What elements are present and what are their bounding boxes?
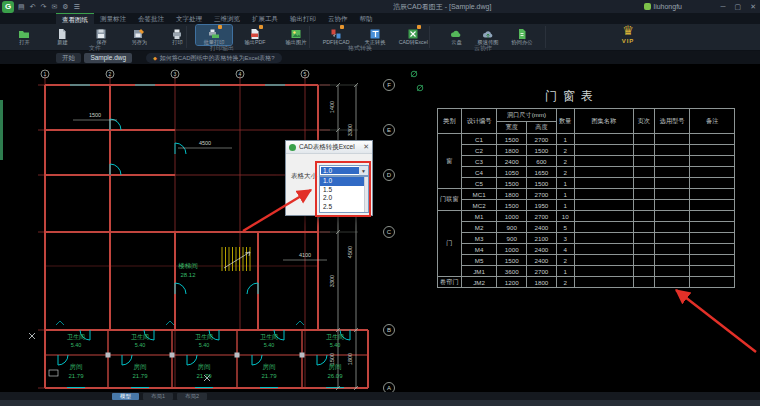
mail-icon[interactable]: ✉ <box>51 0 57 13</box>
bathroom-name: 卫生间 <box>195 333 213 341</box>
user-account[interactable]: liuhongfu <box>644 0 682 13</box>
ribbon-button-新建[interactable]: 新建 <box>44 25 80 45</box>
quick-access-toolbar: ▤↶↷✉⚙☰ <box>18 0 80 13</box>
dropdown-option-1.0[interactable]: 1.0 <box>320 177 368 186</box>
menu-tab-文字处理[interactable]: 文字处理 <box>170 13 208 24</box>
dropdown-scrollbar[interactable] <box>364 177 368 212</box>
title-bar: ▤↶↷✉⚙☰ 浩辰CAD看图王 - [Sample.dwg] liuhongfu… <box>0 0 760 13</box>
tz-icon <box>369 26 381 38</box>
dropdown-option-2.5[interactable]: 2.5 <box>320 203 368 212</box>
layout-tab-模型[interactable]: 模型 <box>112 393 139 400</box>
dimension-text: 1500 <box>329 353 335 365</box>
vip-button[interactable]: ♛ VIP <box>612 24 644 50</box>
schedule-cell-page <box>633 211 654 222</box>
schedule-cell-model <box>654 167 690 178</box>
room-name: 房间 <box>134 363 147 371</box>
menu-tab-帮助[interactable]: 帮助 <box>354 13 379 24</box>
axis-number: 2 <box>109 71 112 77</box>
drawing-canvas[interactable]: 楼梯间28.12卫生间5.40卫生间5.40卫生间5.40卫生间5.40卫生间5… <box>0 64 760 392</box>
file-icon <box>56 26 68 38</box>
doc-tab-开始[interactable]: 开始 <box>56 53 81 63</box>
dialog-app-icon <box>289 144 296 151</box>
stair-room-name: 楼梯间 <box>178 262 198 270</box>
ribbon-button-打印[interactable]: 打印 <box>159 25 195 45</box>
doc-tab-Sample.dwg[interactable]: Sample.dwg <box>84 53 132 63</box>
menu-icon[interactable]: ☰ <box>74 0 80 13</box>
ribbon-button-PDF转CAD[interactable]: PDF转CAD <box>318 25 354 45</box>
schedule-cell-note <box>690 134 735 145</box>
ribbon-button-极速传图[interactable]: 极速传图 <box>470 25 506 45</box>
ribbon-button-协同办公[interactable]: 协同办公 <box>504 25 540 45</box>
axis-letter: F <box>387 82 391 88</box>
new-feature-badge <box>259 25 263 29</box>
room-name: 房间 <box>263 363 276 371</box>
axis-number: 4 <box>239 71 242 77</box>
close-button[interactable]: ✕ <box>750 0 756 13</box>
schedule-cell-design: M2 <box>461 222 497 233</box>
schedule-cell-qty: 10 <box>556 211 574 222</box>
minimize-button[interactable]: ─ <box>721 0 726 13</box>
ribbon-separator <box>429 26 430 48</box>
menu-tab-扩展工具[interactable]: 扩展工具 <box>246 13 284 24</box>
p2c-icon <box>330 26 342 38</box>
ribbon-button-label: 输出图片 <box>286 39 307 46</box>
ribbon-button-另存为[interactable]: 另存为 <box>121 25 157 45</box>
schedule-cell-w: 3600 <box>497 266 527 277</box>
redo-icon[interactable]: ↷ <box>41 0 47 13</box>
undo-icon[interactable]: ↶ <box>30 0 36 13</box>
table-size-combobox[interactable]: 1.0 ▼ <box>319 165 369 176</box>
app-logo[interactable]: G <box>2 1 14 13</box>
schedule-cell-page <box>633 277 654 288</box>
schedule-header-cell: 高度 <box>527 122 557 134</box>
upload-icon <box>482 26 494 38</box>
schedule-row: 门M11000270010 <box>438 211 735 222</box>
banner-text: 如何将CAD图纸中的表格转换为Excel表格? <box>160 53 275 63</box>
settings-icon[interactable]: ⚙ <box>62 0 68 13</box>
ribbon-separator <box>309 26 310 48</box>
schedule-cell-page <box>633 156 654 167</box>
dialog-title-bar[interactable]: CAD表格转换Excel ✕ <box>286 141 372 154</box>
save-icon[interactable]: ▤ <box>18 0 25 13</box>
dropdown-option-1.5[interactable]: 1.5 <box>320 186 368 195</box>
menu-tab-云协作[interactable]: 云协作 <box>322 13 354 24</box>
crown-icon: ♛ <box>612 24 644 38</box>
layout-tab-布局1[interactable]: 布局1 <box>143 393 173 400</box>
schedule-row: C2180015002 <box>438 145 735 156</box>
schedule-cell-design: M1 <box>461 211 497 222</box>
room-name: 房间 <box>70 363 83 371</box>
menu-tab-查看图纸[interactable]: 查看图纸 <box>56 13 94 24</box>
menu-tab-会签批注[interactable]: 会签批注 <box>132 13 170 24</box>
schedule-cell-page <box>633 167 654 178</box>
menu-tab-输出打印[interactable]: 输出打印 <box>284 13 322 24</box>
schedule-cell-w: 1500 <box>497 178 527 189</box>
schedule-row: C5150015001 <box>438 178 735 189</box>
ribbon-button-输出PDF[interactable]: 输出PDF <box>237 25 273 45</box>
dialog-close-icon[interactable]: ✕ <box>363 143 369 151</box>
ribbon-button-打开[interactable]: 打开 <box>6 25 42 45</box>
schedule-cell-design: C2 <box>461 145 497 156</box>
menu-tab-三维浏览[interactable]: 三维浏览 <box>208 13 246 24</box>
promo-banner[interactable]: ◆ 如何将CAD图纸中的表格转换为Excel表格? <box>146 53 282 63</box>
schedule-row: MC2150019501 <box>438 200 735 211</box>
schedule-cell-model <box>654 255 690 266</box>
schedule-cell-note <box>690 244 735 255</box>
ribbon-button-天正转换[interactable]: 天正转换 <box>357 25 393 45</box>
document-tab-bar: 开始Sample.dwg+ ◆ 如何将CAD图纸中的表格转换为Excel表格? <box>0 51 760 64</box>
schedule-cell-model <box>654 145 690 156</box>
ribbon-button-CAD转Excel[interactable]: CAD转Excel <box>395 25 431 45</box>
maximize-button[interactable]: ▢ <box>735 0 742 13</box>
bathroom-area: 5.40 <box>199 342 210 348</box>
new-feature-badge <box>340 25 344 29</box>
schedule-cell-qty: 1 <box>556 178 574 189</box>
schedule-row: JM1360027001 <box>438 266 735 277</box>
schedule-cell-w: 900 <box>497 233 527 244</box>
ribbon-button-云盘[interactable]: 云盘 <box>438 25 474 45</box>
ribbon-button-保存[interactable]: 保存 <box>83 25 119 45</box>
menu-tab-测量标注[interactable]: 测量标注 <box>94 13 132 24</box>
ribbon-button-批量打印[interactable]: 批量打印 <box>196 25 232 45</box>
layout-tab-布局2[interactable]: 布局2 <box>177 393 207 400</box>
schedule-cell-note <box>690 233 735 244</box>
bathroom-name: 卫生间 <box>131 333 149 341</box>
schedule-cell-page <box>633 266 654 277</box>
dropdown-option-2.0[interactable]: 2.0 <box>320 194 368 203</box>
